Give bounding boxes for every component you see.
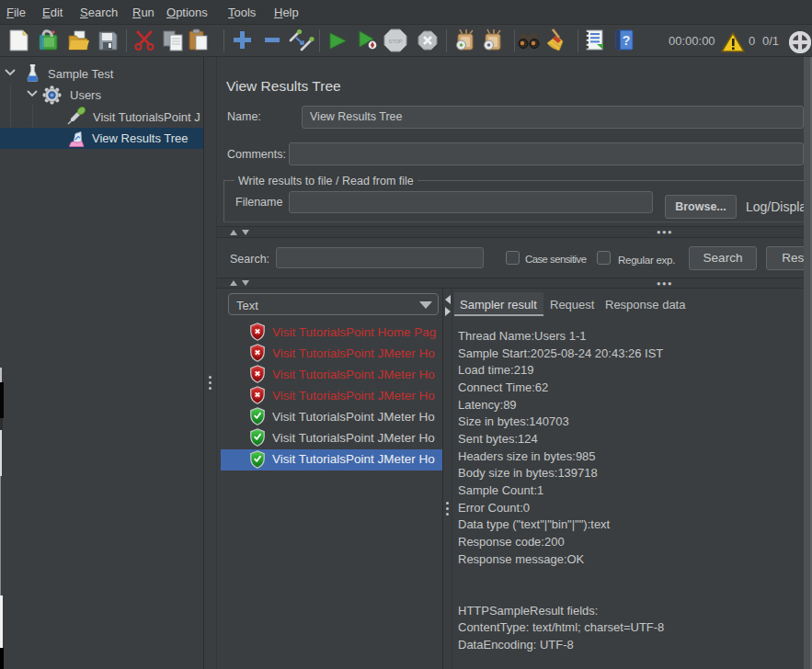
svg-text:?: ? [623,33,631,48]
svg-text:STOP: STOP [389,39,403,44]
